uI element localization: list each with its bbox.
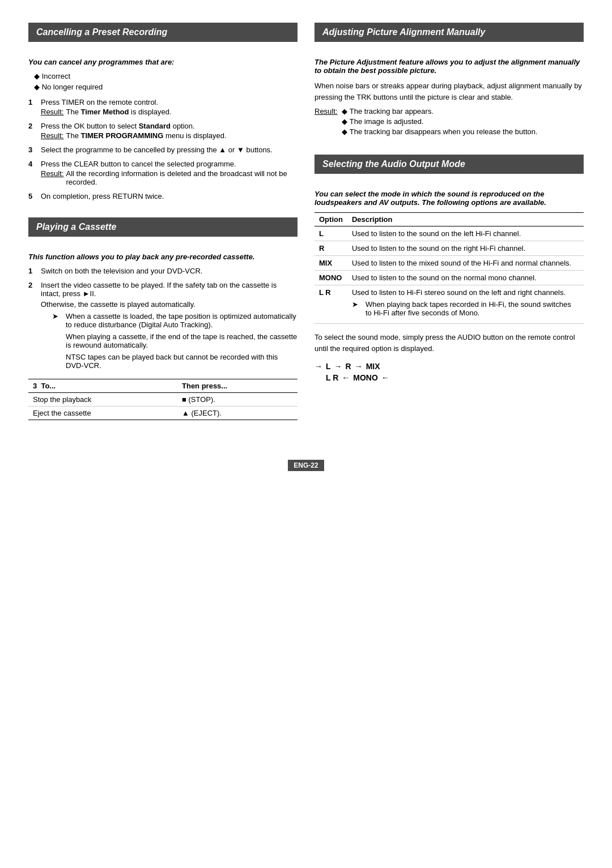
flow-arrow-2: → — [334, 362, 342, 371]
audio-table: Option Description L Used to listen to t… — [314, 212, 584, 324]
step-1-content: Press TIMER on the remote control. Resul… — [41, 98, 298, 116]
audio-desc-R: Used to listen to the sound on the right… — [347, 241, 584, 256]
audio-row-LR: L R Used to listen to Hi-Fi stereo sound… — [314, 285, 584, 324]
cassette-step-1-content: Switch on both the television and your D… — [41, 267, 298, 275]
step-5-num: 5 — [28, 192, 36, 200]
cassette-step-2: 2 Insert the video cassette to be played… — [28, 281, 298, 373]
right-column: Adjusting Picture Alignment Manually The… — [314, 23, 584, 437]
audio-opt-L: L — [314, 226, 347, 241]
audio-opt-MONO: MONO — [314, 271, 347, 285]
flow-label-R: R — [346, 362, 351, 371]
alignment-body: When noise bars or streaks appear during… — [314, 80, 584, 102]
cassette-stop-press: ■ (STOP). — [177, 393, 298, 407]
section-cassette: Playing a Cassette This function allows … — [28, 217, 298, 420]
step-5-content: On completion, press RETURN twice. — [41, 192, 298, 200]
section-audio: Selecting the Audio Output Mode You can … — [314, 155, 584, 382]
flow-arrow-left-1: ← — [342, 373, 350, 382]
flow-arrow-1: → — [314, 362, 322, 371]
audio-desc-MIX: Used to listen to the mixed sound of the… — [347, 256, 584, 271]
flow-label-LR: L R — [326, 373, 338, 382]
audio-col-option: Option — [314, 213, 347, 226]
left-column: Cancelling a Preset Recording You can ca… — [28, 23, 298, 437]
step-2-content: Press the OK button to select Standard o… — [41, 122, 298, 140]
step-1-result: Result: The Timer Method is displayed. — [41, 108, 298, 116]
cancelling-steps: 1 Press TIMER on the remote control. Res… — [28, 98, 298, 200]
step-5: 5 On completion, press RETURN twice. — [28, 192, 298, 200]
audio-opt-MIX: MIX — [314, 256, 347, 271]
audio-flow-diagram: → L → R → MIX L R ← MONO ← — [314, 362, 584, 382]
audio-desc-MONO: Used to listen to the sound on the norma… — [347, 271, 584, 285]
audio-footer: To select the sound mode, simply press t… — [314, 332, 584, 354]
audio-col-desc: Description — [347, 213, 584, 226]
page-number-badge: ENG-22 — [288, 460, 324, 471]
flow-arrow-left-2: ← — [381, 373, 389, 382]
cassette-table: 3 To... Then press... Stop the playback … — [28, 379, 298, 420]
step-4-content: Press the CLEAR button to cancel the sel… — [41, 160, 298, 186]
flow-bottom-row: L R ← MONO ← — [314, 373, 584, 382]
audio-opt-R: R — [314, 241, 347, 256]
cassette-row-eject: Eject the cassette ▲ (EJECT). — [28, 407, 298, 420]
flow-label-MONO: MONO — [353, 373, 378, 382]
page-number-area: ENG-22 — [28, 460, 584, 471]
cassette-stop-label: Stop the playback — [28, 393, 177, 407]
result-bullet-2: The image is adjusted. — [342, 117, 537, 126]
flow-label-L: L — [326, 362, 331, 371]
alignment-intro: The Picture Adjustment feature allows yo… — [314, 58, 584, 75]
step-4-result: Result: All the recording information is… — [41, 169, 298, 186]
result-bullet-1: The tracking bar appears. — [342, 107, 537, 116]
audio-desc-LR: Used to listen to Hi-Fi stereo sound on … — [347, 285, 584, 324]
step-4-num: 4 — [28, 160, 36, 168]
step-1-num: 1 — [28, 98, 36, 106]
step-3: 3 Select the programme to be cancelled b… — [28, 146, 298, 154]
page-layout: Cancelling a Preset Recording You can ca… — [28, 23, 584, 437]
audio-row-MIX: MIX Used to listen to the mixed sound of… — [314, 256, 584, 271]
cassette-step-1-num: 1 — [28, 267, 36, 275]
section-audio-title: Selecting the Audio Output Mode — [314, 155, 584, 174]
flow-top-row: → L → R → MIX — [314, 362, 584, 371]
cancelling-bullets: Incorrect No longer required — [34, 72, 298, 91]
result-bullet-3: The tracking bar disappears when you rel… — [342, 127, 537, 136]
cancelling-intro: You can cancel any programmes that are: — [28, 58, 298, 66]
audio-row-MONO: MONO Used to listen to the sound on the … — [314, 271, 584, 285]
flow-arrow-3: → — [355, 362, 363, 371]
cassette-col-to: 3 To... — [28, 379, 177, 393]
alignment-result-label: Result: — [314, 107, 337, 138]
audio-LR-note: ➤ When playing back tapes recorded in Hi… — [352, 300, 579, 317]
audio-opt-LR: L R — [314, 285, 347, 324]
play-note-arrow-1: ➤ — [52, 312, 61, 320]
alignment-result: Result: The tracking bar appears. The im… — [314, 107, 584, 138]
cassette-step-1: 1 Switch on both the television and your… — [28, 267, 298, 275]
audio-row-R: R Used to listen to the sound on the rig… — [314, 241, 584, 256]
section-cancelling: Cancelling a Preset Recording You can ca… — [28, 23, 298, 200]
cassette-eject-label: Eject the cassette — [28, 407, 177, 420]
step-2-num: 2 — [28, 122, 36, 130]
step-2: 2 Press the OK button to select Standard… — [28, 122, 298, 140]
section-alignment: Adjusting Picture Alignment Manually The… — [314, 23, 584, 138]
cassette-row-stop: Stop the playback ■ (STOP). — [28, 393, 298, 407]
bullet-incorrect: Incorrect — [34, 72, 298, 80]
audio-intro: You can select the mode in which the sou… — [314, 190, 584, 207]
step-3-num: 3 — [28, 146, 36, 154]
section-cancelling-title: Cancelling a Preset Recording — [28, 23, 298, 42]
cassette-step-2-num: 2 — [28, 281, 36, 289]
audio-row-L: L Used to listen to the sound on the lef… — [314, 226, 584, 241]
flow-label-MIX: MIX — [366, 362, 380, 371]
section-cassette-title: Playing a Cassette — [28, 217, 298, 237]
cassette-step-2-content: Insert the video cassette to be played. … — [41, 281, 298, 373]
cassette-intro: This function allows you to play back an… — [28, 253, 298, 261]
flow-spacer — [314, 373, 322, 382]
cassette-steps: 1 Switch on both the television and your… — [28, 267, 298, 373]
bullet-no-longer: No longer required — [34, 83, 298, 91]
cassette-eject-press: ▲ (EJECT). — [177, 407, 298, 420]
step-4: 4 Press the CLEAR button to cancel the s… — [28, 160, 298, 186]
section-alignment-title: Adjusting Picture Alignment Manually — [314, 23, 584, 42]
alignment-result-bullets: The tracking bar appears. The image is a… — [342, 107, 537, 138]
step-2-result: Result: The TIMER PROGRAMMING menu is di… — [41, 131, 298, 140]
cassette-note-1: ➤ When a cassette is loaded, the tape po… — [52, 312, 298, 370]
audio-LR-note-arrow: ➤ — [352, 300, 361, 309]
step-1: 1 Press TIMER on the remote control. Res… — [28, 98, 298, 116]
cassette-col-then: Then press... — [177, 379, 298, 393]
step-3-content: Select the programme to be cancelled by … — [41, 146, 298, 154]
audio-desc-L: Used to listen to the sound on the left … — [347, 226, 584, 241]
